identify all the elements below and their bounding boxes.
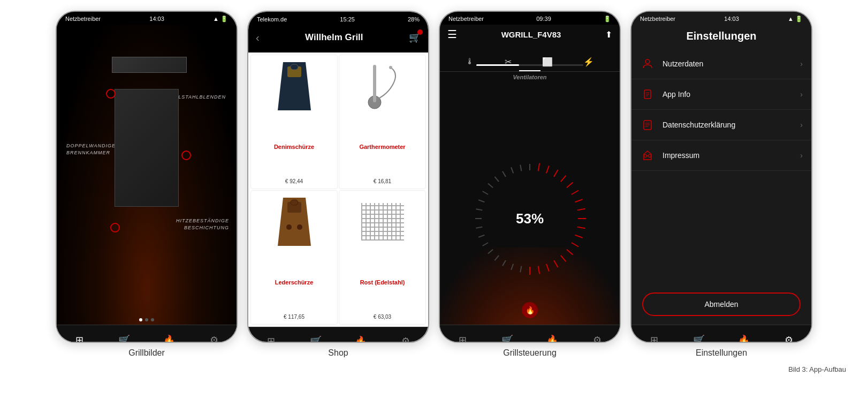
annotation-circle-3 <box>110 223 120 232</box>
back-arrow[interactable]: ‹ <box>256 32 260 44</box>
settings-item-impressum[interactable]: Impressum › <box>631 140 811 171</box>
ventilatoren-label: Ventilatoren <box>440 72 620 82</box>
tab-settings-4[interactable]: ⚙ <box>781 333 796 343</box>
status-carrier-2: Telekom.de <box>257 16 287 22</box>
gauge-svg: 53% <box>471 160 589 277</box>
product-price-1: € 92,44 <box>285 178 303 184</box>
status-bar-1: Netzbetreiber 14:03 ▲ 🔋 <box>57 12 237 25</box>
tab-gallery-3[interactable]: ⊞ <box>455 333 470 343</box>
logout-button[interactable]: Abmelden <box>642 292 801 316</box>
settings-label-datenschutz: Datenschutzerklärung <box>663 121 800 129</box>
tab-bar-1: ⊞ 🛒 🔥 ⚙ <box>57 325 237 343</box>
product-name-1: Denimschürze <box>274 144 314 150</box>
caption-grillbilder: Grillbilder <box>128 348 165 358</box>
dot-2 <box>145 318 148 321</box>
svg-point-34 <box>644 155 647 157</box>
tab-gallery-2[interactable]: ⊞ <box>263 334 278 343</box>
tab-gallery-4[interactable]: ⊞ <box>646 333 661 343</box>
tab-bar-4: ⊞ 🛒 🔥 ⚙ <box>631 325 811 343</box>
settings-item-datenschutz[interactable]: Datenschutzerklärung › <box>631 110 811 140</box>
annotation-circle-2 <box>181 151 191 160</box>
tab-settings-1[interactable]: ⚙ <box>207 333 222 343</box>
tab-flame-1[interactable]: 🔥 <box>162 333 177 343</box>
tab-active-line <box>519 70 540 71</box>
dot-3 <box>151 318 154 321</box>
product-card-rost[interactable]: Rost (Edelstahl) € 63,03 <box>339 190 426 325</box>
nutzerdaten-icon <box>640 56 655 71</box>
product-card-thermometer[interactable]: Garthermometer € 16,81 <box>339 55 426 189</box>
grill-header: ☰ WGRILL_F4V83 ⬆ <box>440 25 620 45</box>
grill-device-name: WGRILL_F4V83 <box>501 30 561 39</box>
chevron-datenschutz: › <box>800 121 803 129</box>
screen-grillbilder: EDELSTAHLBLENDEN DOPPELWANDIGEBRENNKAMME… <box>57 25 237 343</box>
datenschutz-icon <box>640 117 655 132</box>
tab-cart-1[interactable]: 🛒 <box>117 333 132 343</box>
product-img-4 <box>344 195 421 249</box>
annotation-hitze: HITZEBESTÄNDIGEBESCHICHTUNG <box>176 217 229 231</box>
hamburger-icon[interactable]: ☰ <box>447 28 457 41</box>
status-carrier-3: Netzbetreiber <box>448 16 484 22</box>
phone-grillsteuerung: Netzbetreiber 09:39 🔋 ☰ WGRILL_F4V83 ⬆ <box>439 11 621 343</box>
impressum-icon <box>640 148 655 163</box>
chevron-appinfo: › <box>800 90 803 99</box>
icon-tabs: 🌡 ✂ ⬜ ⚡ <box>440 52 620 72</box>
phone-shop: Telekom.de 15:25 28% ‹ Willhelm Grill 🛒 <box>247 11 429 343</box>
product-name-2: Garthermometer <box>359 144 405 150</box>
status-right-4: ▲ 🔋 <box>788 16 803 22</box>
svg-point-24 <box>297 224 302 230</box>
tab-frame[interactable]: ⬜ <box>538 55 557 69</box>
settings-item-appinfo[interactable]: App Info › <box>631 79 811 110</box>
tab-cart-4[interactable]: 🛒 <box>691 333 706 343</box>
chevron-nutzerdaten: › <box>800 59 803 68</box>
phones-row: Netzbetreiber 14:03 ▲ 🔋 EDELSTAHLBLENDEN… <box>11 11 857 358</box>
settings-item-nutzerdaten[interactable]: Nutzerdaten › <box>631 49 811 79</box>
tab-cart-2[interactable]: 🛒 <box>308 334 323 343</box>
tab-flame-4[interactable]: 🔥 <box>736 333 751 343</box>
svg-point-23 <box>286 224 292 230</box>
tab-temp[interactable]: 🌡 <box>461 55 478 69</box>
svg-point-25 <box>645 59 650 64</box>
product-img-1 <box>255 59 333 113</box>
status-time-4: 14:03 <box>724 16 739 22</box>
cart-icon-wrapper[interactable]: 🛒 <box>409 32 421 43</box>
product-name-4: Rost (Edelstahl) <box>360 279 405 286</box>
tab-settings-3[interactable]: ⚙ <box>590 333 605 343</box>
tab-cart-3[interactable]: 🛒 <box>500 333 515 343</box>
product-card-denimschuerze[interactable]: Denimschürze € 92,44 <box>250 55 338 189</box>
settings-label-appinfo: App Info <box>663 90 800 99</box>
tab-bolt[interactable]: ⚡ <box>579 55 598 69</box>
tab-settings-2[interactable]: ⚙ <box>398 334 413 343</box>
grill-body-area <box>112 57 181 191</box>
caption-einstellungen: Einstellungen <box>696 348 747 358</box>
dot-indicator <box>139 318 154 321</box>
dot-1 <box>139 318 142 321</box>
product-card-lederschuerze[interactable]: Lederschürze € 117,65 <box>250 190 338 325</box>
product-price-3: € 117,65 <box>284 314 304 320</box>
bild-caption: Bild 3: App-Aufbau <box>11 365 857 373</box>
share-icon[interactable]: ⬆ <box>605 29 612 40</box>
status-bar-3: Netzbetreiber 09:39 🔋 <box>440 12 620 25</box>
caption-shop: Shop <box>328 348 348 358</box>
phone-wrapper-einstellungen: Netzbetreiber 14:03 ▲ 🔋 Einstellungen <box>630 11 812 358</box>
tab-fan[interactable]: ✂ <box>500 55 516 69</box>
caption-grillsteuerung: Grillsteuerung <box>503 348 557 358</box>
svg-rect-18 <box>373 65 376 102</box>
tab-flame-3[interactable]: 🔥 <box>545 333 560 343</box>
main-container: Netzbetreiber 14:03 ▲ 🔋 EDELSTAHLBLENDEN… <box>11 11 857 373</box>
gauge-percent: 53% <box>516 211 544 227</box>
tab-gallery-1[interactable]: ⊞ <box>72 333 87 343</box>
screen-grillsteuerung: ☰ WGRILL_F4V83 ⬆ 🌡 ✂ ⬜ ⚡ <box>440 25 620 343</box>
tab-bar-3: ⊞ 🛒 🔥 ⚙ <box>440 325 620 343</box>
small-grill-icon[interactable]: 🔥 <box>522 302 538 318</box>
status-right-1: ▲ 🔋 <box>213 16 228 22</box>
shop-header: ‹ Willhelm Grill 🛒 <box>248 25 428 52</box>
product-price-2: € 16,81 <box>374 178 391 184</box>
einst-header: Einstellungen <box>631 25 811 49</box>
screen-shop: ‹ Willhelm Grill 🛒 <box>248 25 428 343</box>
tab-flame-2[interactable]: 🔥 <box>353 334 368 343</box>
status-bar-4: Netzbetreiber 14:03 ▲ 🔋 <box>631 12 811 25</box>
status-time-3: 09:39 <box>536 16 551 22</box>
status-right-2: 28% <box>408 16 420 22</box>
phone-grillbilder: Netzbetreiber 14:03 ▲ 🔋 EDELSTAHLBLENDEN… <box>56 11 238 343</box>
svg-point-19 <box>389 66 392 69</box>
